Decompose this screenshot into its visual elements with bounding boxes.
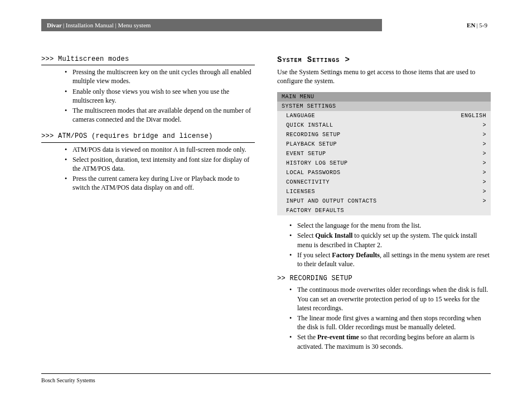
list-item: Select Quick Install to quickly set up t… <box>289 231 491 249</box>
subsection-atmpos: >>> ATM/POS (requires bridge and license… <box>41 132 255 142</box>
chevron-right-icon: > <box>482 131 486 139</box>
brand: Divar <box>47 22 62 28</box>
menu-item-playback-setup: PLAYBACK SETUP> <box>277 140 491 149</box>
page-header: Divar | Installation Manual | Menu syste… <box>41 19 491 31</box>
list-item: The linear mode first gives a warning an… <box>289 314 491 331</box>
lang-code: EN <box>467 22 475 28</box>
menu-item-recording-setup: RECORDING SETUP> <box>277 130 491 140</box>
chevron-right-icon: > <box>482 198 486 205</box>
menu-item-event-setup: EVENT SETUP> <box>277 149 491 158</box>
chevron-right-icon: > <box>482 179 486 186</box>
menu-item-quick-install: QUICK INSTALL> <box>277 121 491 130</box>
menu-label: LANGUAGE <box>286 112 366 120</box>
menu-item-language: LANGUAGE ENGLISH <box>277 111 491 121</box>
page-footer: Bosch Security Systems <box>41 373 491 383</box>
section-intro: Use the System Settings menu to get acce… <box>277 68 491 85</box>
chevron-right-icon: > <box>482 160 486 167</box>
menu-item-licenses: LICENSES> <box>277 187 491 196</box>
list-item: Select position, duration, text intensit… <box>65 155 255 173</box>
breadcrumb: Divar | Installation Manual | Menu syste… <box>41 19 382 31</box>
chevron-right-icon: > <box>482 169 486 177</box>
menu-table: MAIN MENU SYSTEM SETTINGS LANGUAGE ENGLI… <box>277 92 491 215</box>
list-item: Set the Pre-event time so that recording… <box>289 333 491 350</box>
list-item: The multiscreen modes that are available… <box>65 106 255 124</box>
chevron-right-icon: > <box>482 122 486 129</box>
menu-item-factory-defaults: FACTORY DEFAULTS <box>277 206 491 215</box>
right-column: System Settings > Use the System Setting… <box>277 55 491 366</box>
menu-item-history-log: HISTORY LOG SETUP> <box>277 158 491 168</box>
menu-item-local-passwords: LOCAL PASSWORDS> <box>277 168 491 177</box>
atmpos-bullets: ATM/POS data is viewed on monitor A in f… <box>41 145 255 193</box>
breadcrumb-text: | Installation Manual | Menu system <box>63 22 151 28</box>
recording-bullets: The continuous mode overwrites older rec… <box>277 285 491 350</box>
page-indicator: EN | 5-9 <box>382 19 491 31</box>
chevron-right-icon: > <box>482 150 486 158</box>
list-item: If you select Factory Defaults, all sett… <box>289 251 491 268</box>
menu-sub: SYSTEM SETTINGS <box>277 102 491 111</box>
multiscreen-bullets: Pressing the multiscreen key on the unit… <box>41 68 255 124</box>
chevron-right-icon: > <box>482 188 486 196</box>
list-item: Select the language for the menu from th… <box>289 221 491 230</box>
menu-item-io-contacts: INPUT AND OUTPUT CONTACTS> <box>277 196 491 206</box>
left-column: >>> Multiscreen modes Pressing the multi… <box>41 55 255 366</box>
list-item: Press the current camera key during Live… <box>65 174 255 192</box>
list-item: Pressing the multiscreen key on the unit… <box>65 68 255 85</box>
chevron-right-icon: > <box>482 141 486 148</box>
list-item: The continuous mode overwrites older rec… <box>289 285 491 313</box>
page-number: | 5-9 <box>476 22 487 28</box>
menu-value: ENGLISH <box>461 112 486 120</box>
list-item: ATM/POS data is viewed on monitor A in f… <box>65 145 255 154</box>
settings-notes: Select the language for the menu from th… <box>277 221 491 268</box>
page-content: >>> Multiscreen modes Pressing the multi… <box>41 55 491 366</box>
menu-item-connectivity: CONNECTIVITY> <box>277 177 491 187</box>
menu-main: MAIN MENU <box>277 92 491 102</box>
subsection-multiscreen: >>> Multiscreen modes <box>41 55 255 65</box>
section-title-system-settings: System Settings > <box>277 55 491 65</box>
list-item: Enable only those views you wish to see … <box>65 87 255 105</box>
subsection-recording-setup: >> RECORDING SETUP <box>277 274 491 283</box>
